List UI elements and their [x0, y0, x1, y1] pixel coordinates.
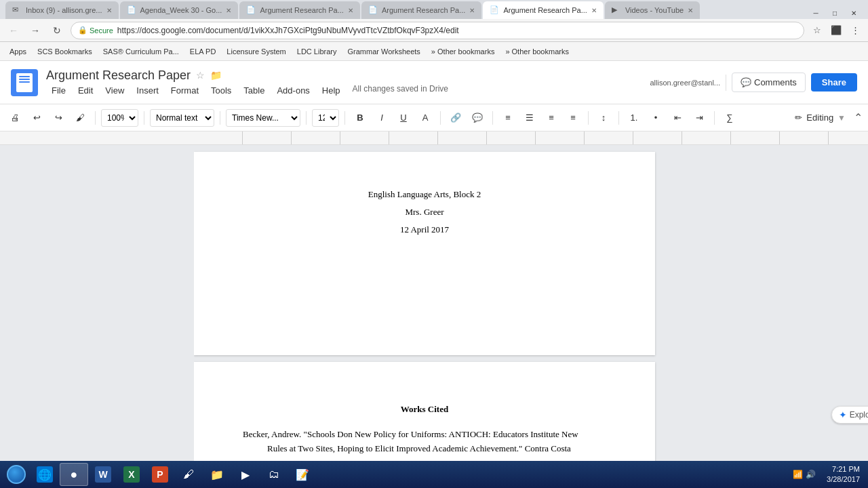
paint-format-button[interactable]: 🖌 [71, 108, 90, 127]
tab-youtube[interactable]: ▶ Videos - YouTube ✕ [605, 1, 700, 19]
tab-close-arg3[interactable]: ✕ [591, 7, 597, 14]
extensions-icon[interactable]: ⬛ [829, 23, 844, 38]
bold-button[interactable]: B [351, 108, 370, 127]
reload-button[interactable]: ↻ [49, 22, 65, 39]
align-left-button[interactable]: ≡ [498, 108, 517, 127]
font-size-select[interactable]: 12 [312, 109, 339, 127]
back-button[interactable]: ← [5, 22, 22, 39]
forward-button[interactable]: → [27, 22, 43, 39]
bookmark-scs[interactable]: SCS Bookmarks [33, 46, 96, 57]
italic-button[interactable]: I [372, 108, 391, 127]
minimize-button[interactable]: ─ [807, 7, 825, 19]
numbering-button[interactable]: 1. [625, 108, 644, 127]
taskbar-paint[interactable]: 🖌 [175, 463, 202, 486]
formula-button[interactable]: ∑ [720, 108, 739, 127]
menu-tools[interactable]: Tools [205, 84, 237, 97]
justify-button[interactable]: ≡ [564, 108, 583, 127]
start-orb [7, 465, 26, 484]
address-box[interactable]: 🔒 Secure https://docs.google.com/documen… [71, 22, 804, 39]
star-icon[interactable]: ☆ [196, 70, 205, 81]
taskbar-date: 3/28/2017 [827, 474, 860, 485]
comment-inline-button[interactable]: 💬 [468, 108, 487, 127]
collapse-toolbar-button[interactable]: ⌃ [854, 111, 863, 124]
zoom-select[interactable]: 100% [101, 109, 138, 127]
user-email: allison.greer@stanl... [650, 79, 721, 87]
explore-button[interactable]: ✦ Explore [831, 406, 868, 424]
tab-agenda[interactable]: 📄 Agenda_Week 30 - Go... ✕ [120, 1, 239, 19]
docs-logo-line-3 [19, 81, 30, 83]
works-cited-entry1: Becker, Andrew. "Schools Don New Policy … [243, 428, 606, 442]
taskbar-chrome[interactable]: ● [60, 463, 88, 486]
taskbar-excel[interactable]: X [118, 463, 145, 486]
menu-insert[interactable]: Insert [131, 84, 164, 97]
close-button[interactable]: ✕ [845, 7, 863, 19]
align-right-button[interactable]: ≡ [542, 108, 561, 127]
docs-pages[interactable]: English Language Arts, Block 2 Mrs. Gree… [194, 145, 848, 464]
print-button[interactable]: 🖨 [5, 108, 24, 127]
bookmark-icon[interactable]: ☆ [810, 23, 825, 38]
doc-page-2[interactable]: Works Cited Becker, Andrew. "Schools Don… [194, 362, 655, 464]
menu-view[interactable]: View [100, 84, 130, 97]
menu-help[interactable]: Help [317, 84, 346, 97]
taskbar-folder[interactable]: 📁 [203, 463, 231, 486]
bookmark-apps[interactable]: Apps [5, 46, 31, 57]
menu-file[interactable]: File [46, 84, 71, 97]
explore-fab[interactable]: ✦ Explore [850, 407, 866, 423]
decrease-indent-button[interactable]: ⇤ [668, 108, 687, 127]
menu-addons[interactable]: Add-ons [271, 84, 315, 97]
bookmark-other[interactable]: » Other bookmarks [501, 46, 573, 57]
taskbar-media[interactable]: ▶ [232, 463, 259, 486]
taskbar-volume-icon[interactable]: 🔊 [806, 470, 816, 479]
taskbar-ppt[interactable]: P [146, 463, 174, 486]
bookmark-licensure[interactable]: LDC Library [293, 46, 341, 57]
menu-edit[interactable]: Edit [73, 84, 98, 97]
bookmark-grammar-label: » Other bookmarks [431, 47, 495, 56]
font-name-select[interactable]: Times New... [226, 109, 300, 127]
bullets-button[interactable]: • [646, 108, 665, 127]
folder-icon[interactable]: 📁 [210, 70, 222, 81]
tab-close-gmail[interactable]: ✕ [106, 7, 112, 14]
comments-button[interactable]: 💬 Comments [732, 73, 806, 92]
text-color-button[interactable]: A [416, 108, 435, 127]
maximize-button[interactable]: □ [826, 7, 844, 19]
tab-close-youtube[interactable]: ✕ [688, 7, 693, 14]
tab-close-agenda[interactable]: ✕ [226, 7, 231, 14]
taskbar-ie[interactable]: 🌐 [31, 463, 58, 486]
menu-icon[interactable]: ⋮ [848, 23, 863, 38]
link-button[interactable]: 🔗 [446, 108, 465, 127]
bookmark-grammar[interactable]: » Other bookmarks [427, 46, 499, 57]
tab-favicon-arg1: 📄 [246, 5, 256, 15]
taskbar-clock[interactable]: 7:21 PM 3/28/2017 [821, 464, 865, 485]
align-center-button[interactable]: ☰ [520, 108, 539, 127]
tab-arg1[interactable]: 📄 Argument Research Pa... ✕ [239, 1, 360, 19]
undo-button[interactable]: ↩ [27, 108, 46, 127]
doc-page-1[interactable]: English Language Arts, Block 2 Mrs. Gree… [194, 152, 655, 355]
underline-button[interactable]: U [394, 108, 413, 127]
docs-header-actions: allison.greer@stanl... 💬 Comments Share [650, 73, 858, 92]
bookmark-aesop[interactable]: SAS® Curriculum Pa... [99, 46, 183, 57]
page1-content: English Language Arts, Block 2 Mrs. Gree… [368, 186, 481, 239]
paragraph-style-select[interactable]: Normal text [150, 109, 214, 127]
taskbar-explorer[interactable]: 🗂 [260, 463, 288, 486]
start-button[interactable] [3, 462, 30, 487]
tab-label-agenda: Agenda_Week 30 - Go... [140, 6, 222, 14]
bookmark-ldc[interactable]: Grammar Worksheets [343, 46, 424, 57]
bookmark-sas[interactable]: ELA PD [186, 46, 220, 57]
tab-arg3[interactable]: 📄 Argument Research Pa... ✕ [483, 1, 604, 19]
tab-close-arg1[interactable]: ✕ [348, 7, 353, 14]
editing-dropdown[interactable]: ▼ [837, 113, 846, 123]
tab-arg2[interactable]: 📄 Argument Research Pa... ✕ [361, 1, 482, 19]
bookmark-ela[interactable]: Licensure System [222, 46, 290, 57]
increase-indent-button[interactable]: ⇥ [690, 108, 709, 127]
tab-gmail[interactable]: ✉ Inbox (9) - allison.gre... ✕ [5, 1, 119, 19]
menu-table[interactable]: Table [238, 84, 270, 97]
taskbar-network-icon[interactable]: 📶 [793, 470, 803, 479]
docs-document-title[interactable]: Argument Research Paper [46, 68, 191, 83]
line-spacing-button[interactable]: ↕ [594, 108, 613, 127]
share-button[interactable]: Share [811, 73, 857, 92]
menu-format[interactable]: Format [165, 84, 204, 97]
taskbar-word[interactable]: W [90, 463, 117, 486]
tab-close-arg2[interactable]: ✕ [469, 7, 475, 14]
redo-button[interactable]: ↪ [49, 108, 68, 127]
taskbar-notes[interactable]: 📝 [289, 463, 316, 486]
